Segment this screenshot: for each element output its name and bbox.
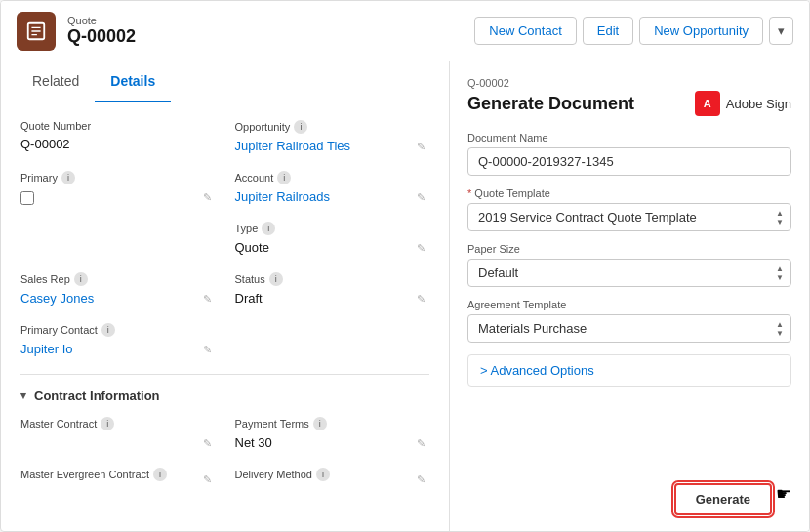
status-edit-icon[interactable]: ✎ bbox=[417, 293, 425, 306]
sales-rep-edit-icon[interactable]: ✎ bbox=[203, 293, 212, 306]
header-subtitle: Quote bbox=[67, 15, 136, 26]
master-evergreen-info-icon[interactable]: i bbox=[153, 468, 167, 481]
primary-contact-label: Primary Contact i bbox=[20, 323, 216, 337]
type-edit-icon[interactable]: ✎ bbox=[417, 242, 425, 255]
field-placeholder-right bbox=[235, 323, 430, 358]
paper-size-select[interactable]: Default bbox=[467, 259, 791, 287]
type-info-icon[interactable]: i bbox=[262, 222, 275, 235]
section-chevron-icon: ▾ bbox=[20, 389, 26, 402]
payment-terms-label: Payment Terms i bbox=[235, 417, 430, 430]
advanced-options-row[interactable]: > Advanced Options bbox=[467, 354, 791, 387]
field-master-evergreen: Master Evergreen Contract i ✎ bbox=[20, 468, 216, 488]
type-label: Type i bbox=[235, 222, 430, 235]
cursor-icon: ☛ bbox=[776, 483, 791, 515]
account-value[interactable]: Jupiter Railroads bbox=[235, 187, 430, 206]
opportunity-value[interactable]: Jupiter Railroad Ties bbox=[235, 137, 430, 155]
panel-id: Q-00002 bbox=[467, 77, 791, 89]
field-account: Account i Jupiter Railroads ✎ bbox=[235, 171, 430, 206]
field-quote-number: Quote Number Q-00002 bbox=[20, 120, 216, 155]
payment-terms-value: Net 30 bbox=[235, 433, 430, 452]
account-label: Account i bbox=[235, 171, 430, 184]
form-area: Quote Number Q-00002 Opportunity i Jupit… bbox=[1, 102, 449, 531]
delivery-method-value bbox=[235, 484, 430, 488]
header-left: Quote Q-00002 bbox=[17, 12, 136, 51]
delivery-method-info-icon[interactable]: i bbox=[316, 468, 330, 481]
adobe-sign-icon: A bbox=[695, 91, 720, 116]
new-contact-button[interactable]: New Contact bbox=[474, 17, 576, 45]
rp-field-document-name: Document Name bbox=[467, 132, 791, 176]
header-actions: New Contact Edit New Opportunity ▾ bbox=[474, 17, 793, 45]
header-title: Q-00002 bbox=[67, 26, 136, 47]
quote-icon bbox=[17, 12, 56, 51]
field-opportunity: Opportunity i Jupiter Railroad Ties ✎ bbox=[235, 120, 430, 155]
quote-template-select[interactable]: 2019 Service Contract Quote Template bbox=[467, 203, 791, 231]
rp-field-agreement-template: Agreement Template Materials Purchase ▲ … bbox=[467, 299, 791, 343]
primary-contact-edit-icon[interactable]: ✎ bbox=[203, 344, 212, 356]
primary-label: Primary i bbox=[20, 171, 216, 184]
tab-details[interactable]: Details bbox=[95, 61, 171, 102]
field-master-contract: Master Contract i ✎ bbox=[20, 417, 216, 452]
field-primary: Primary i ✎ bbox=[20, 171, 216, 206]
primary-checkbox[interactable] bbox=[20, 191, 34, 205]
paper-size-label: Paper Size bbox=[467, 243, 791, 255]
paper-size-select-wrapper: Default ▲ ▼ bbox=[467, 259, 791, 287]
rp-field-paper-size: Paper Size Default ▲ ▼ bbox=[467, 243, 791, 287]
sales-rep-label: Sales Rep i bbox=[20, 272, 216, 286]
primary-contact-info-icon[interactable]: i bbox=[101, 323, 115, 337]
field-empty-left bbox=[20, 222, 216, 257]
generate-button[interactable]: Generate bbox=[674, 483, 772, 515]
edit-button[interactable]: Edit bbox=[583, 17, 633, 45]
generate-row: Generate ☛ bbox=[467, 483, 791, 515]
contract-section-header[interactable]: ▾ Contract Information bbox=[20, 389, 429, 403]
field-sales-rep: Sales Rep i Casey Jones ✎ bbox=[20, 272, 216, 307]
status-value: Draft bbox=[235, 289, 430, 307]
rp-field-quote-template: Quote Template 2019 Service Contract Quo… bbox=[467, 187, 791, 231]
quote-number-value: Q-00002 bbox=[20, 135, 216, 153]
field-type: Type i Quote ✎ bbox=[235, 222, 430, 257]
sales-rep-value[interactable]: Casey Jones bbox=[20, 289, 216, 307]
quote-template-select-wrapper: 2019 Service Contract Quote Template ▲ ▼ bbox=[467, 203, 791, 231]
master-contract-edit-icon[interactable]: ✎ bbox=[203, 437, 212, 450]
payment-terms-edit-icon[interactable]: ✎ bbox=[417, 437, 425, 450]
sales-rep-info-icon[interactable]: i bbox=[74, 272, 88, 286]
primary-contact-value[interactable]: Jupiter Io bbox=[20, 340, 216, 358]
agreement-template-select[interactable]: Materials Purchase bbox=[467, 314, 791, 343]
adobe-sign-label: Adobe Sign bbox=[726, 97, 791, 111]
master-contract-value bbox=[20, 433, 216, 437]
field-primary-contact: Primary Contact i Jupiter Io ✎ bbox=[20, 323, 216, 358]
master-evergreen-label: Master Evergreen Contract i bbox=[20, 468, 216, 481]
payment-terms-info-icon[interactable]: i bbox=[313, 417, 327, 430]
page-header: Quote Q-00002 New Contact Edit New Oppor… bbox=[1, 1, 809, 61]
master-evergreen-edit-icon[interactable]: ✎ bbox=[203, 473, 212, 486]
adobe-sign-badge: A Adobe Sign bbox=[695, 91, 791, 116]
primary-info-icon[interactable]: i bbox=[61, 171, 75, 184]
contract-section-title: Contract Information bbox=[34, 389, 160, 403]
primary-checkbox-wrapper bbox=[20, 191, 216, 205]
field-status: Status i Draft ✎ bbox=[235, 272, 430, 307]
body: Related Details Quote Number Q-00002 Opp… bbox=[1, 61, 809, 531]
document-name-input[interactable] bbox=[467, 147, 791, 176]
opportunity-label: Opportunity i bbox=[235, 120, 430, 134]
more-actions-dropdown[interactable]: ▾ bbox=[769, 17, 793, 45]
delivery-method-edit-icon[interactable]: ✎ bbox=[417, 473, 425, 486]
opportunity-info-icon[interactable]: i bbox=[294, 120, 307, 134]
account-info-icon[interactable]: i bbox=[277, 171, 291, 184]
form-row-1: Quote Number Q-00002 Opportunity i Jupit… bbox=[20, 120, 429, 155]
panel-title: Generate Document bbox=[467, 94, 634, 114]
document-name-label: Document Name bbox=[467, 132, 791, 143]
primary-edit-icon[interactable]: ✎ bbox=[203, 191, 212, 204]
tab-related[interactable]: Related bbox=[17, 61, 95, 102]
master-evergreen-value bbox=[20, 484, 216, 488]
form-row-2: Primary i ✎ Account i Jupiter Ra bbox=[20, 171, 429, 206]
type-value: Quote bbox=[235, 238, 430, 257]
new-opportunity-button[interactable]: New Opportunity bbox=[639, 17, 763, 45]
status-info-icon[interactable]: i bbox=[269, 272, 283, 286]
opportunity-edit-icon[interactable]: ✎ bbox=[417, 141, 425, 153]
advanced-options-label: > Advanced Options bbox=[480, 363, 594, 378]
form-row-3: Type i Quote ✎ bbox=[20, 222, 429, 257]
header-title-block: Quote Q-00002 bbox=[67, 15, 136, 47]
form-row-4: Sales Rep i Casey Jones ✎ Status i Draft… bbox=[20, 272, 429, 307]
account-edit-icon[interactable]: ✎ bbox=[417, 191, 425, 204]
master-contract-info-icon[interactable]: i bbox=[101, 417, 114, 430]
panel-title-row: Generate Document A Adobe Sign bbox=[467, 91, 791, 116]
